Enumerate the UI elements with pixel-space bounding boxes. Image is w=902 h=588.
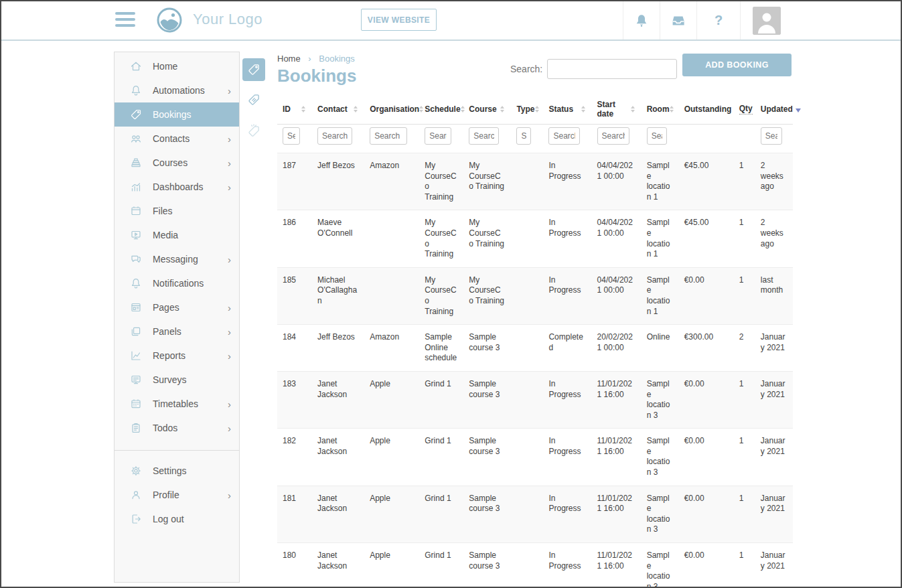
global-search-input[interactable] (547, 59, 677, 79)
cell-updated: January 2021 (754, 543, 793, 588)
inbox-tray-icon[interactable] (660, 1, 696, 40)
sidebar-item-panels[interactable]: Panels› (115, 319, 239, 344)
sidebar-item-messaging[interactable]: Messaging› (115, 247, 239, 271)
sidebar-item-courses[interactable]: Courses› (115, 151, 239, 175)
column-header-schedule[interactable]: Schedule (418, 96, 462, 125)
table-row[interactable]: 187Jeff BezosAmazonMy CourseCo TrainingM… (277, 153, 793, 210)
cell-contact: Jeff Bezos (311, 325, 363, 372)
column-header-room[interactable]: Room (640, 96, 678, 125)
column-header-start_date[interactable]: Start date (591, 96, 640, 125)
filter-schedule-input[interactable] (425, 127, 451, 145)
sidebar-item-todos[interactable]: Todos› (115, 416, 239, 440)
cell-course: My CourseCo Training (462, 267, 510, 324)
sort-arrows-icon (535, 106, 542, 113)
sidebar-item-reports[interactable]: Reports› (115, 344, 239, 368)
chevron-right-icon: › (228, 158, 231, 168)
column-header-organisation[interactable]: Organisation (363, 96, 418, 125)
filter-course-input[interactable] (469, 127, 499, 145)
sidebar-item-surveys[interactable]: Surveys (115, 368, 239, 392)
notifications-bell-icon[interactable] (623, 1, 660, 40)
contacts-icon (129, 132, 143, 145)
table-row[interactable]: 181Janet JacksonAppleGrind 1Sample cours… (277, 486, 793, 542)
column-header-id[interactable]: ID (277, 96, 311, 125)
cell-status: In Progress (542, 371, 590, 428)
column-header-outstanding: Outstanding (678, 96, 733, 125)
app-header: Your Logo VIEW WEBSITE ? (1, 1, 901, 41)
help-icon[interactable]: ? (696, 1, 740, 40)
sidebar-item-label: Profile (153, 490, 179, 500)
table-row[interactable]: 180Janet JacksonAppleGrind 1Sample cours… (277, 543, 793, 588)
table-row[interactable]: 183Janet JacksonAppleGrind 1Sample cours… (277, 371, 793, 428)
avatar[interactable] (740, 1, 793, 40)
table-row[interactable]: 184Jeff BezosAmazonSample Online schedul… (277, 325, 793, 372)
filter-cell-start_date (591, 125, 640, 153)
column-header-status[interactable]: Status (542, 96, 590, 125)
sidebar-item-files[interactable]: Files (115, 199, 239, 223)
column-label: Course (469, 104, 496, 114)
chevron-right-icon: › (228, 351, 231, 361)
sidebar-item-log-out[interactable]: Log out (115, 507, 239, 531)
sidebar-item-pages[interactable]: Pages› (115, 295, 239, 319)
sidebar-item-automations[interactable]: Automations› (115, 78, 239, 102)
tag-icon[interactable] (242, 58, 265, 81)
sidebar-footer-group: SettingsProfile›Log out (115, 450, 239, 531)
column-header-course[interactable]: Course (462, 96, 510, 125)
cell-outstanding: €0.00 (678, 543, 733, 588)
column-label: Organisation (370, 104, 419, 114)
courses-icon (129, 156, 143, 169)
filter-organisation-input[interactable] (370, 127, 407, 145)
sidebar-item-settings[interactable]: Settings (115, 459, 239, 483)
sidebar-item-media[interactable]: Media (115, 223, 239, 247)
cell-updated: 2 weeks ago (754, 210, 793, 267)
cell-id: 185 (277, 267, 311, 324)
table-row[interactable]: 182Janet JacksonAppleGrind 1Sample cours… (277, 429, 793, 486)
sidebar-item-bookings[interactable]: Bookings (115, 102, 239, 127)
filter-contact-input[interactable] (317, 127, 352, 145)
tag-label-icon[interactable] (242, 88, 265, 111)
cell-id: 187 (277, 153, 311, 210)
table-row[interactable]: 185Michael O'CallaghanMy CourseCo Traini… (277, 267, 793, 324)
column-header-updated[interactable]: Updated (754, 96, 793, 125)
filter-start_date-input[interactable] (597, 127, 629, 145)
sidebar-item-label: Reports (153, 350, 185, 361)
filter-status-input[interactable] (548, 127, 579, 145)
cell-course: My CourseCo Training (462, 210, 510, 267)
cell-contact: Janet Jackson (311, 371, 363, 428)
column-header-type[interactable]: Type (510, 96, 542, 125)
cell-outstanding: €0.00 (678, 267, 733, 324)
filter-cell-updated (754, 125, 793, 153)
tag-promotion-icon[interactable] (242, 119, 265, 141)
sidebar-item-label: Settings (153, 465, 187, 476)
home-icon (129, 60, 143, 73)
table-row[interactable]: 186Maeve O'ConnellMy CourseCo TrainingMy… (277, 210, 793, 267)
filter-cell-qty (733, 125, 754, 153)
filter-updated-input[interactable] (761, 127, 782, 145)
cell-contact: Maeve O'Connell (311, 210, 363, 267)
hamburger-menu-icon[interactable] (115, 12, 135, 28)
cell-type (510, 210, 542, 267)
sidebar-item-label: Notifications (153, 278, 204, 289)
filter-type-input[interactable] (516, 127, 531, 145)
sidebar-item-profile[interactable]: Profile› (115, 483, 239, 507)
chevron-right-icon: › (228, 134, 231, 144)
filter-room-input[interactable] (647, 127, 667, 145)
sidebar-item-dashboards[interactable]: Dashboards› (115, 175, 239, 199)
panels-icon (129, 325, 143, 338)
sidebar-item-home[interactable]: Home (115, 54, 239, 78)
add-booking-button[interactable]: ADD BOOKING (682, 54, 792, 76)
breadcrumb-home[interactable]: Home (277, 54, 301, 64)
column-label: Contact (317, 104, 348, 114)
filter-id-input[interactable] (283, 127, 300, 145)
sidebar-item-notifications[interactable]: Notifications (115, 271, 239, 295)
column-header-contact[interactable]: Contact (311, 96, 363, 125)
sidebar-item-label: Bookings (153, 109, 192, 120)
cell-id: 186 (277, 210, 311, 267)
sidebar-item-label: Files (153, 206, 173, 216)
view-website-button[interactable]: VIEW WEBSITE (361, 9, 437, 31)
sidebar-item-contacts[interactable]: Contacts› (115, 127, 239, 151)
sidebar-item-timetables[interactable]: Timetables› (115, 392, 239, 416)
automations-icon (129, 84, 143, 97)
filter-cell-schedule (418, 125, 462, 153)
cell-contact: Michael O'Callaghan (311, 267, 363, 324)
cell-qty: 2 (733, 325, 754, 372)
